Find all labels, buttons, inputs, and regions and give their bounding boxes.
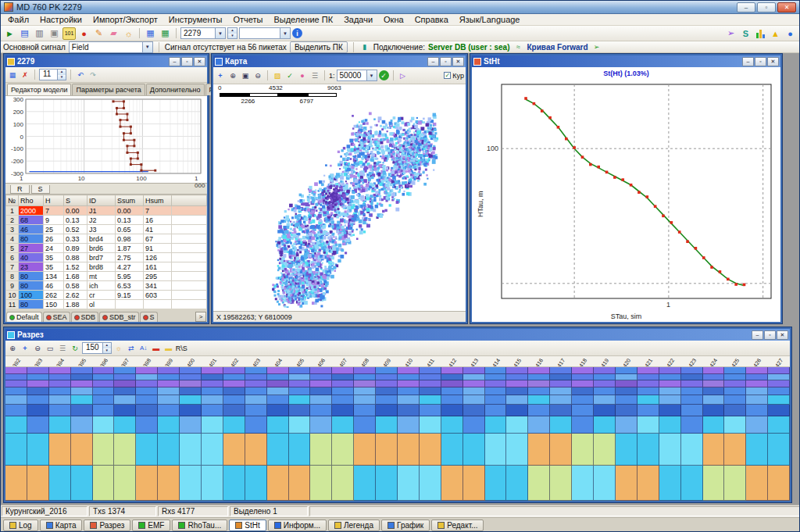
section-cell[interactable] — [49, 434, 71, 466]
section-cell[interactable] — [267, 434, 289, 466]
section-cell[interactable] — [136, 380, 158, 387]
value-cell[interactable]: 16 — [144, 216, 172, 225]
section-cell[interactable] — [594, 434, 616, 466]
row-number-cell[interactable]: 6 — [6, 253, 19, 262]
section-cell[interactable] — [158, 387, 180, 395]
col-header-Rho[interactable]: Rho — [19, 195, 44, 206]
section-cell[interactable] — [310, 395, 332, 405]
section-cell[interactable] — [746, 374, 768, 381]
section-cell[interactable] — [289, 395, 311, 405]
section-cell[interactable] — [376, 367, 398, 374]
menu-item-Окна[interactable]: Окна — [378, 14, 409, 25]
table-grid-icon[interactable]: ▦ — [144, 27, 157, 40]
col-header-Ssum[interactable]: Ssum — [116, 195, 144, 206]
section-cell[interactable] — [180, 405, 202, 416]
section-cell[interactable] — [768, 405, 790, 416]
section-cell[interactable] — [93, 367, 115, 374]
section-cell[interactable] — [289, 416, 311, 434]
map-canvas[interactable] — [215, 105, 463, 308]
section-column[interactable] — [180, 367, 202, 501]
menu-item-Выделение ПК[interactable]: Выделение ПК — [268, 14, 338, 25]
taskbar-tab-Log[interactable]: Log — [3, 520, 38, 531]
rho-cell[interactable]: 23 — [19, 262, 44, 272]
section-cell[interactable] — [202, 416, 223, 434]
col-header-S[interactable]: S — [64, 195, 88, 206]
map-grid-icon[interactable]: ▦ — [159, 27, 172, 40]
section-cell[interactable] — [398, 374, 420, 381]
section-cell[interactable] — [768, 387, 790, 395]
value-cell[interactable]: brd7 — [88, 253, 116, 262]
section-cell[interactable] — [27, 434, 49, 466]
cursor-checkbox[interactable]: ✓ — [444, 72, 451, 79]
section-cell[interactable] — [114, 405, 136, 416]
section-cell[interactable] — [289, 374, 311, 381]
section-column[interactable] — [681, 367, 703, 501]
section-cell[interactable] — [463, 405, 485, 416]
section-cell[interactable] — [158, 395, 180, 405]
section-cell[interactable] — [616, 466, 638, 500]
section-cell[interactable] — [136, 434, 158, 466]
section-cell[interactable] — [202, 434, 223, 466]
value-cell[interactable]: 126 — [144, 253, 172, 262]
section-cell[interactable] — [550, 416, 572, 434]
section-cell[interactable] — [594, 405, 616, 416]
section-column[interactable] — [49, 367, 71, 501]
value-cell[interactable]: 0.98 — [116, 234, 144, 244]
section-cell[interactable] — [659, 387, 681, 395]
section-cell[interactable] — [71, 374, 93, 381]
section-cell[interactable] — [114, 416, 136, 434]
row-number-cell[interactable]: 11 — [6, 300, 19, 309]
section-cell[interactable] — [267, 374, 289, 381]
section-cell[interactable] — [398, 395, 420, 405]
section-cell[interactable] — [310, 466, 332, 500]
value-cell[interactable]: ich — [88, 281, 116, 291]
section-cell[interactable] — [746, 395, 768, 405]
section-cell[interactable] — [202, 374, 223, 381]
section-column[interactable] — [768, 367, 790, 501]
section-cell[interactable] — [638, 374, 659, 381]
value-cell[interactable]: 2.62 — [64, 291, 88, 300]
section-cell[interactable] — [550, 367, 572, 374]
section-cell[interactable] — [441, 466, 463, 500]
section-cell[interactable] — [376, 374, 398, 381]
section-column[interactable] — [550, 367, 572, 501]
section-cell[interactable] — [49, 405, 71, 416]
rho-cell[interactable]: 40 — [19, 253, 44, 262]
signal-combo[interactable]: Field ▼ — [69, 41, 153, 53]
section-cell[interactable] — [724, 387, 746, 395]
section-cell[interactable] — [616, 374, 638, 381]
rho-cell[interactable]: 80 — [19, 300, 44, 309]
section-cell[interactable] — [638, 405, 659, 416]
apply-scale-icon[interactable]: ✓ — [379, 70, 389, 80]
section-cell[interactable] — [768, 380, 790, 387]
section-cell[interactable] — [71, 387, 93, 395]
section-cell[interactable] — [114, 380, 136, 387]
section-cell[interactable] — [136, 367, 158, 374]
section-cell[interactable] — [332, 416, 354, 434]
value-cell[interactable]: 0.58 — [64, 281, 88, 291]
chart-bars-icon[interactable] — [754, 27, 767, 40]
section-cell[interactable] — [223, 416, 245, 434]
section-cell[interactable] — [27, 367, 49, 374]
value-cell[interactable]: ol — [88, 300, 116, 309]
map-maximize-button[interactable]: ▫ — [440, 57, 452, 66]
menu-item-Отчеты[interactable]: Отчеты — [227, 14, 268, 25]
section-cell[interactable] — [528, 380, 550, 387]
section-cell[interactable] — [180, 367, 202, 374]
value-cell[interactable]: 91 — [144, 244, 172, 253]
section-sort-icon[interactable]: A↓ — [138, 343, 149, 353]
table-row[interactable]: 640350.88brd72.75126 — [6, 253, 207, 262]
subtab-R[interactable]: R — [10, 185, 30, 194]
table-row[interactable]: 723351.52brd84.27161 — [6, 262, 207, 272]
section-cell[interactable] — [71, 395, 93, 405]
section-cell[interactable] — [768, 367, 790, 374]
section-cell[interactable] — [27, 395, 49, 405]
section-cell[interactable] — [5, 367, 27, 374]
minimize-button[interactable]: – — [737, 2, 755, 12]
section-cell[interactable] — [136, 387, 158, 395]
section-cell[interactable] — [267, 405, 289, 416]
section-cell[interactable] — [398, 416, 420, 434]
tab-overflow-button[interactable]: > — [195, 312, 206, 322]
section-column[interactable] — [506, 367, 528, 501]
section-cell[interactable] — [245, 387, 267, 395]
